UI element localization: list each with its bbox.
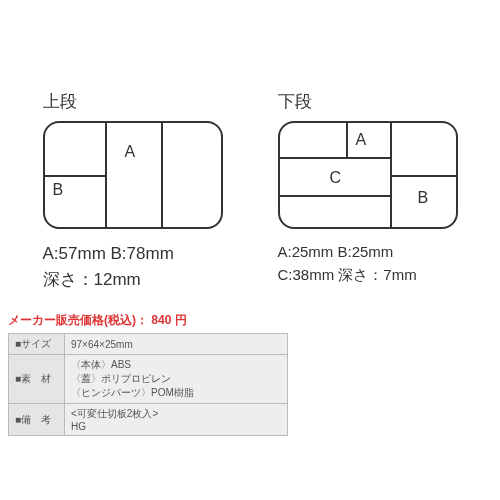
lower-label-b: B: [418, 189, 429, 207]
lower-dims: A:25mm B:25mm C:38mm 深さ：7mm: [278, 241, 417, 286]
lower-label-c: C: [330, 169, 342, 187]
spec-table: ■サイズ97×64×25mm ■素 材〈本体〉ABS 〈蓋〉ポリプロピレン 〈ヒ…: [8, 333, 288, 436]
spec-mat-key: ■素 材: [9, 355, 65, 404]
spec-size-val: 97×64×25mm: [65, 334, 288, 355]
lower-title: 下段: [278, 90, 312, 113]
lower-box: A C B: [278, 121, 458, 229]
upper-box: A B: [43, 121, 223, 229]
upper-label-b: B: [53, 181, 64, 199]
spec-mat-val: 〈本体〉ABS 〈蓋〉ポリプロピレン 〈ヒンジパーツ〉POM樹脂: [65, 355, 288, 404]
spec-note-key: ■備 考: [9, 404, 65, 436]
lower-label-a: A: [356, 131, 367, 149]
price-text: メーカー販売価格(税込)： 840 円: [8, 312, 500, 329]
spec-note-val: <可変仕切板2枚入> HG: [65, 404, 288, 436]
table-row: ■サイズ97×64×25mm: [9, 334, 288, 355]
upper-label-a: A: [125, 143, 136, 161]
table-row: ■素 材〈本体〉ABS 〈蓋〉ポリプロピレン 〈ヒンジパーツ〉POM樹脂: [9, 355, 288, 404]
upper-title: 上段: [43, 90, 77, 113]
table-row: ■備 考<可変仕切板2枚入> HG: [9, 404, 288, 436]
spec-size-key: ■サイズ: [9, 334, 65, 355]
upper-dims: A:57mm B:78mm 深さ：12mm: [43, 241, 174, 292]
